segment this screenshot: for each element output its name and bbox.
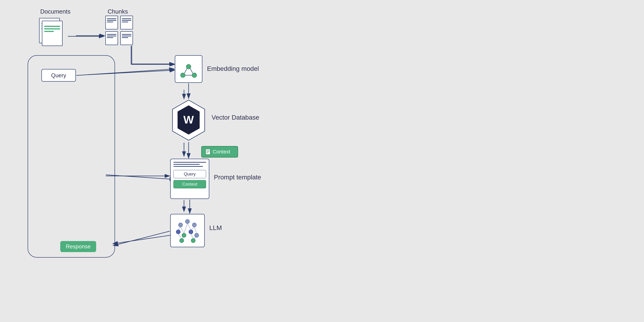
vector-db-icon: W xyxy=(170,99,207,142)
svg-line-40 xyxy=(191,234,193,238)
embedding-icon xyxy=(178,59,199,79)
svg-line-39 xyxy=(182,237,184,238)
prompt-template-label: Prompt template xyxy=(214,174,261,181)
svg-line-34 xyxy=(184,224,188,233)
query-label: Query xyxy=(51,72,66,79)
svg-line-36 xyxy=(191,227,194,230)
chunks-label: Chunks xyxy=(108,8,128,15)
vector-database-hex: W xyxy=(170,99,207,142)
embedding-model-label: Embedding model xyxy=(207,65,259,72)
svg-point-30 xyxy=(180,238,184,243)
svg-line-35 xyxy=(188,224,191,230)
svg-point-27 xyxy=(182,233,186,237)
svg-point-10 xyxy=(186,64,191,69)
svg-line-32 xyxy=(178,227,180,230)
diagram-container: Documents Chunks xyxy=(0,0,644,322)
svg-point-12 xyxy=(192,73,197,78)
llm-network-icon xyxy=(175,218,200,243)
prompt-query-label: Query xyxy=(184,172,196,177)
vector-database-label: Vector Database xyxy=(212,114,259,121)
svg-line-14 xyxy=(190,68,193,73)
prompt-context-inner: Context xyxy=(174,180,206,188)
context-doc-icon xyxy=(206,149,210,155)
query-bubble: Query xyxy=(42,69,76,82)
svg-point-29 xyxy=(194,233,199,237)
svg-line-9 xyxy=(106,175,175,180)
svg-point-31 xyxy=(191,238,195,243)
embedding-model-box xyxy=(175,55,202,83)
svg-line-7 xyxy=(113,234,175,244)
svg-point-24 xyxy=(186,220,190,224)
svg-point-25 xyxy=(192,223,196,227)
svg-line-38 xyxy=(178,234,182,238)
svg-line-49 xyxy=(113,231,170,246)
response-label: Response xyxy=(66,243,90,250)
prompt-query-inner: Query xyxy=(174,170,206,178)
svg-text:W: W xyxy=(183,114,194,126)
context-badge: Context xyxy=(201,146,238,158)
svg-line-37 xyxy=(194,227,197,233)
query-loop-box xyxy=(28,55,115,258)
response-badge: Response xyxy=(60,241,96,252)
context-badge-label: Context xyxy=(213,149,230,155)
svg-point-26 xyxy=(176,230,180,234)
prompt-template-box: Query Context xyxy=(170,159,209,199)
svg-line-33 xyxy=(180,227,184,233)
svg-point-11 xyxy=(180,73,185,78)
prompt-context-label: Context xyxy=(182,182,197,187)
svg-line-41 xyxy=(193,237,197,238)
llm-box xyxy=(170,214,205,247)
documents-label: Documents xyxy=(40,8,70,15)
svg-point-28 xyxy=(189,230,193,234)
documents-icon xyxy=(37,16,67,48)
llm-label: LLM xyxy=(209,224,222,232)
svg-line-13 xyxy=(184,68,187,73)
svg-point-23 xyxy=(178,223,182,227)
chunks-icon xyxy=(105,16,135,46)
